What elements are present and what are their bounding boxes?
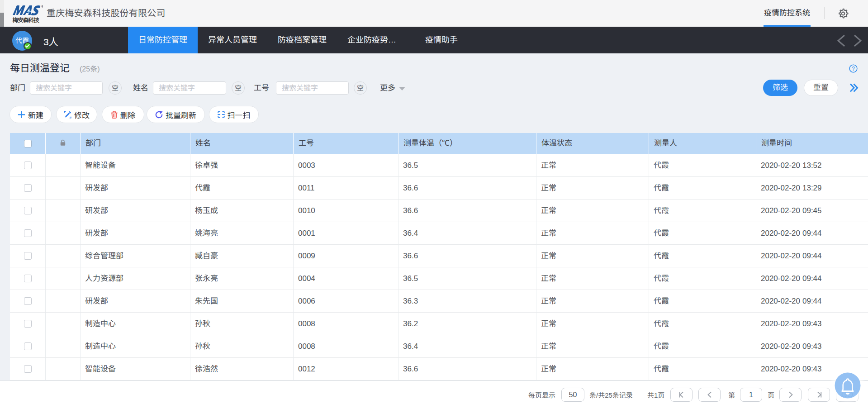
svg-text:梅安森科技: 梅安森科技 [13, 15, 40, 24]
svg-text:?: ? [852, 66, 855, 72]
svg-text:®: ® [41, 5, 43, 9]
